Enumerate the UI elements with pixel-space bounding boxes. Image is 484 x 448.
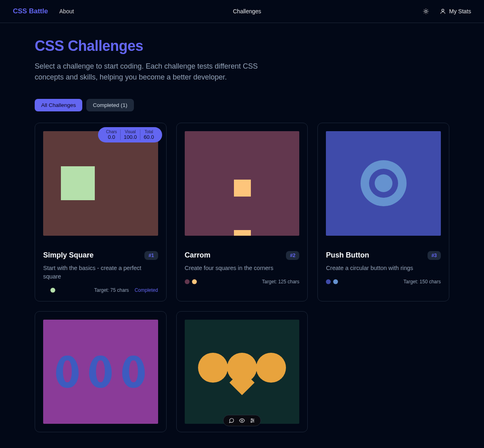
score-label: Visual: [124, 130, 137, 134]
challenge-index: #2: [286, 251, 299, 260]
svg-point-2: [241, 420, 243, 422]
target-chars: Target: 75 chars: [94, 287, 129, 293]
challenge-title: Push Button: [326, 251, 369, 260]
nav-challenges[interactable]: Challenges: [233, 8, 261, 15]
nav-about[interactable]: About: [59, 8, 74, 15]
page-title: CSS Challenges: [35, 38, 449, 54]
challenge-description: Create four squares in the corners: [185, 264, 300, 272]
challenge-preview: [35, 312, 166, 432]
svg-point-7: [253, 420, 254, 421]
challenge-preview: [177, 312, 308, 432]
challenge-index: #3: [428, 251, 441, 260]
eye-icon[interactable]: [239, 417, 245, 424]
score-label: Chars: [106, 130, 117, 134]
score-value: 60.0: [144, 134, 154, 140]
color-swatch: [50, 288, 55, 293]
color-swatch: [192, 279, 197, 284]
challenge-card[interactable]: [176, 311, 308, 433]
challenge-title: Carrom: [185, 251, 211, 260]
sun-icon: [423, 8, 429, 15]
challenge-preview: [318, 123, 449, 244]
theme-toggle[interactable]: [420, 6, 432, 17]
score-value: 100.0: [124, 134, 137, 140]
top-nav: CSS Battle About Challenges My Stats: [0, 0, 484, 23]
svg-point-6: [251, 419, 252, 420]
challenges-grid: Chars0.0 Visual100.0 Total60.0 Simply Sq…: [35, 123, 449, 432]
preview-controls: [223, 415, 261, 426]
color-swatches: [326, 279, 338, 284]
completed-badge: Completed: [135, 287, 158, 293]
challenge-card[interactable]: [35, 311, 167, 433]
user-icon: [440, 8, 446, 15]
color-swatch: [185, 279, 190, 284]
tab-completed[interactable]: Completed (1): [86, 99, 134, 111]
page-subtitle: Select a challenge to start coding. Each…: [35, 61, 261, 83]
my-stats-label: My Stats: [449, 8, 471, 15]
svg-point-0: [425, 10, 427, 12]
nav-right: My Stats: [420, 6, 471, 17]
color-swatches: [185, 279, 197, 284]
score-label: Total: [144, 130, 154, 134]
svg-point-8: [251, 422, 252, 423]
challenge-description: Start with the basics - create a perfect…: [43, 264, 158, 281]
target-chars: Target: 125 chars: [262, 279, 300, 285]
color-swatch: [326, 279, 331, 284]
nav-left: CSS Battle About: [13, 7, 74, 15]
challenge-description: Create a circular button with rings: [326, 264, 441, 272]
challenge-index: #1: [144, 251, 158, 260]
score-value: 0.0: [106, 134, 117, 140]
score-badge: Chars0.0 Visual100.0 Total60.0: [98, 127, 162, 142]
color-swatch: [43, 288, 48, 293]
challenge-card[interactable]: Chars0.0 Visual100.0 Total60.0 Simply Sq…: [35, 123, 167, 301]
color-swatch: [333, 279, 338, 284]
challenge-preview: [177, 123, 308, 244]
filter-tabs: All Challenges Completed (1): [35, 99, 449, 111]
target-chars: Target: 150 chars: [403, 279, 441, 285]
my-stats-link[interactable]: My Stats: [440, 8, 471, 15]
challenge-title: Simply Square: [43, 251, 94, 260]
color-swatches: [43, 288, 55, 293]
comment-icon[interactable]: [228, 417, 235, 424]
svg-point-1: [442, 9, 444, 11]
challenge-card[interactable]: Push Button #3 Create a circular button …: [317, 123, 449, 301]
sliders-icon[interactable]: [249, 417, 256, 424]
tab-all[interactable]: All Challenges: [35, 99, 82, 111]
challenge-card[interactable]: Carrom #2 Create four squares in the cor…: [176, 123, 308, 301]
challenge-preview: Chars0.0 Visual100.0 Total60.0: [35, 123, 166, 244]
logo[interactable]: CSS Battle: [13, 7, 48, 15]
